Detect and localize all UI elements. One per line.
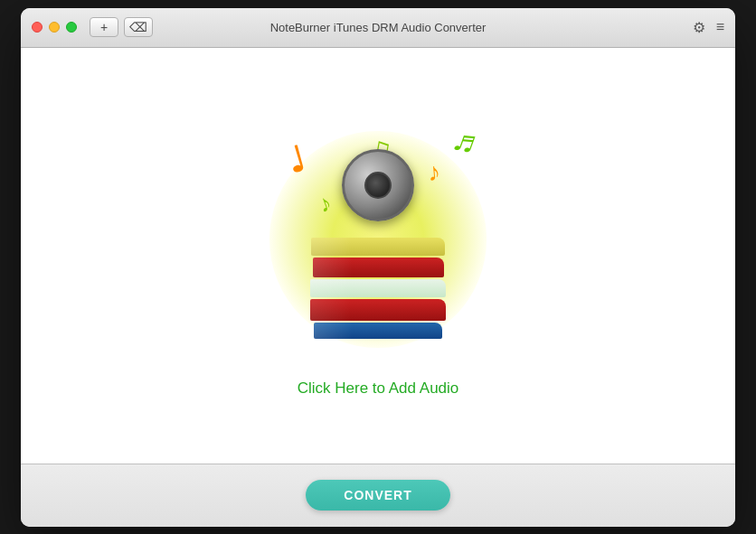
- settings-icon[interactable]: ⚙: [693, 19, 705, 36]
- menu-icon[interactable]: ≡: [716, 19, 724, 35]
- illustration: ♩ ♫ ♪ ♬ ♪ ♩: [251, 113, 505, 366]
- app-window: + ⌫ NoteBurner iTunes DRM Audio Converte…: [21, 8, 735, 527]
- music-note-3: ♪: [427, 157, 442, 187]
- traffic-lights: [32, 22, 77, 33]
- window-title: NoteBurner iTunes DRM Audio Converter: [270, 21, 487, 34]
- add-icon: +: [100, 20, 108, 34]
- convert-button[interactable]: CONVERT: [306, 480, 449, 511]
- add-audio-link[interactable]: Click Here to Add Audio: [298, 379, 459, 398]
- delete-button[interactable]: ⌫: [124, 17, 153, 37]
- add-button[interactable]: +: [90, 17, 118, 37]
- speaker-icon: [342, 149, 414, 221]
- toolbar-right: ⚙ ≡: [693, 19, 724, 36]
- delete-icon: ⌫: [129, 20, 147, 34]
- maximize-button[interactable]: [66, 22, 77, 33]
- titlebar: + ⌫ NoteBurner iTunes DRM Audio Converte…: [21, 8, 735, 48]
- books-stack: [310, 238, 446, 339]
- bottom-bar: CONVERT: [21, 464, 735, 527]
- close-button[interactable]: [32, 22, 43, 33]
- main-content[interactable]: ♩ ♫ ♪ ♬ ♪ ♩: [21, 48, 735, 464]
- toolbar-buttons: + ⌫: [90, 17, 153, 37]
- music-note-4: ♬: [448, 119, 484, 164]
- minimize-button[interactable]: [49, 22, 60, 33]
